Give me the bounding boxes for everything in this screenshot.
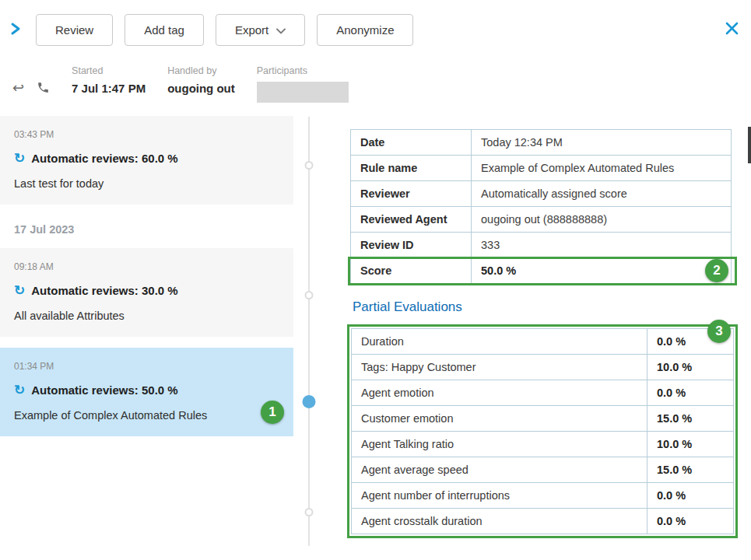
partial-label: Agent Talking ratio — [352, 432, 647, 457]
add-tag-button[interactable]: Add tag — [125, 14, 204, 46]
expand-chevron-icon[interactable] — [9, 22, 22, 39]
partial-label: Agent average speed — [352, 457, 647, 482]
table-row: Duration 0.0 % — [352, 329, 733, 355]
review-item-time: 03:43 PM — [14, 129, 279, 140]
table-row: Agent number of interruptions 0.0 % — [352, 483, 733, 509]
partial-value: 0.0 % — [647, 483, 733, 508]
table-row: Date Today 12:34 PM — [350, 129, 732, 156]
handled-by-label: Handled by — [167, 65, 235, 76]
export-button[interactable]: Export — [216, 14, 305, 46]
review-list-item[interactable]: 09:18 AM ↻ Automatic reviews: 30.0 % All… — [0, 248, 293, 337]
partial-value: 10.0 % — [647, 432, 733, 457]
partial-evaluations-table: Duration 0.0 % Tags: Happy Customer 10.0… — [351, 328, 734, 534]
chevron-down-icon — [276, 23, 286, 37]
review-list-item[interactable]: 03:43 PM ↻ Automatic reviews: 60.0 % Las… — [0, 116, 293, 205]
timeline-dot-active[interactable] — [303, 395, 316, 408]
annotation-badge-1: 1 — [261, 401, 284, 424]
participants-label: Participants — [257, 65, 349, 76]
partial-evaluations-highlight: 3 Duration 0.0 % Tags: Happy Customer 10… — [347, 324, 738, 538]
review-item-time: 09:18 AM — [14, 261, 279, 272]
detail-value: Today 12:34 PM — [472, 130, 731, 155]
close-icon[interactable] — [725, 22, 739, 38]
partial-label: Agent number of interruptions — [352, 483, 647, 508]
timeline-rail — [308, 117, 310, 546]
participants-column: Participants — [257, 65, 349, 103]
review-item-subtitle: Example of Complex Automated Rules — [14, 409, 279, 422]
automatic-review-icon: ↻ — [14, 285, 25, 296]
detail-label: Reviewed Agent — [351, 207, 472, 232]
review-item-subtitle: All available Attributes — [14, 310, 279, 322]
table-row: Review ID 333 — [350, 233, 732, 258]
annotation-badge-3: 3 — [707, 320, 731, 343]
call-meta-header: ↩ Started 7 Jul 1:47 PM Handled by ougoi… — [12, 65, 349, 103]
table-row: Customer emotion 15.0 % — [352, 406, 733, 432]
partial-value: 10.0 % — [647, 355, 733, 380]
review-list-item-selected[interactable]: 01:34 PM ↻ Automatic reviews: 50.0 % Exa… — [0, 348, 293, 436]
participants-redacted — [257, 82, 349, 103]
started-label: Started — [72, 65, 146, 76]
detail-value: Automatically assigned score — [472, 181, 731, 206]
phone-icon — [37, 81, 50, 97]
partial-label: Tags: Happy Customer — [352, 355, 647, 380]
table-row: Agent emotion 0.0 % — [352, 380, 733, 406]
started-value: 7 Jul 1:47 PM — [72, 82, 146, 95]
detail-label: Review ID — [351, 233, 472, 257]
score-value: 50.0 % — [472, 258, 731, 283]
timeline-dot[interactable] — [305, 161, 314, 170]
review-details-table: Date Today 12:34 PM Rule name Example of… — [350, 129, 732, 284]
partial-label: Customer emotion — [352, 406, 647, 431]
toolbar: Review Add tag Export Anonymize — [36, 14, 413, 46]
partial-value: 0.0 % — [647, 380, 733, 405]
table-row: Agent average speed 15.0 % — [352, 457, 733, 483]
anonymize-button[interactable]: Anonymize — [317, 14, 413, 46]
review-item-title: Automatic reviews: 30.0 % — [31, 284, 177, 297]
handled-by-value: ougoing out — [167, 82, 235, 95]
export-button-label: Export — [235, 23, 268, 37]
timeline-dot[interactable] — [305, 508, 314, 516]
partial-value: 15.0 % — [647, 406, 733, 431]
call-meta-icons: ↩ — [12, 65, 50, 97]
detail-value: ougoing out (888888888) — [472, 207, 731, 232]
date-divider: 17 Jul 2023 — [0, 215, 293, 248]
table-row: Tags: Happy Customer 10.0 % — [352, 355, 733, 380]
annotation-badge-2: 2 — [705, 259, 728, 282]
table-row: Agent crosstalk duration 0.0 % — [352, 509, 733, 534]
timeline-dot[interactable] — [305, 291, 314, 299]
table-row: Agent Talking ratio 10.0 % — [352, 432, 733, 457]
partial-value: 15.0 % — [647, 457, 733, 482]
handled-by-column: Handled by ougoing out — [167, 65, 235, 95]
partial-evaluations-heading: Partial Evaluations — [353, 299, 462, 315]
review-list: 03:43 PM ↻ Automatic reviews: 60.0 % Las… — [0, 116, 293, 447]
review-item-subtitle: Last test for today — [14, 177, 279, 190]
detail-label: Date — [351, 130, 472, 155]
score-row: Score 50.0 % 2 — [350, 258, 732, 284]
partial-label: Agent crosstalk duration — [352, 509, 647, 534]
automatic-review-icon: ↻ — [14, 384, 25, 396]
table-row: Reviewer Automatically assigned score — [350, 181, 732, 207]
detail-label: Rule name — [351, 156, 472, 180]
detail-value: Example of Complex Automated Rules — [472, 156, 731, 180]
review-button[interactable]: Review — [36, 14, 113, 46]
score-label: Score — [351, 258, 472, 283]
started-column: Started 7 Jul 1:47 PM — [72, 65, 146, 95]
scrollbar-thumb[interactable] — [748, 127, 751, 163]
partial-label: Duration — [352, 329, 647, 354]
table-row: Rule name Example of Complex Automated R… — [350, 156, 732, 181]
detail-value: 333 — [472, 233, 731, 257]
partial-value: 0.0 % — [647, 509, 733, 534]
partial-label: Agent emotion — [352, 380, 647, 405]
automatic-review-icon: ↻ — [14, 152, 25, 164]
review-item-title: Automatic reviews: 50.0 % — [31, 383, 177, 397]
review-item-time: 01:34 PM — [14, 361, 279, 372]
table-row: Reviewed Agent ougoing out (888888888) — [350, 207, 732, 233]
detail-label: Reviewer — [351, 181, 472, 206]
reply-arrow-icon: ↩ — [12, 81, 24, 97]
review-item-title: Automatic reviews: 60.0 % — [31, 152, 177, 165]
